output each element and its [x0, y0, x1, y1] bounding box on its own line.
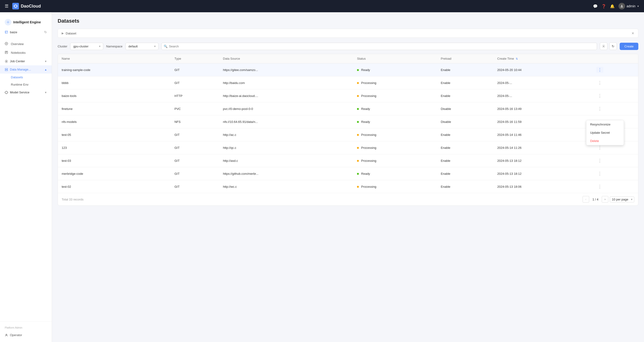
status-dot	[357, 121, 359, 123]
table-header-row: Name Type Data Source Status Preload Cre…	[58, 54, 638, 63]
cell-type: GIT	[170, 154, 219, 167]
settings-icon-btn[interactable]	[600, 42, 608, 50]
sidebar-item-operator[interactable]: Operator	[0, 331, 52, 339]
cell-type: GIT	[170, 76, 219, 89]
cell-data-source: https://gitee.com/samzo...	[219, 63, 353, 76]
sidebar-item-data-manage[interactable]: Data Manage... ▲	[0, 65, 52, 74]
data-manage-chevron: ▲	[44, 68, 47, 71]
user-menu[interactable]: admin ▼	[618, 3, 639, 9]
row-action-btn[interactable]: ⋮	[596, 67, 603, 73]
help-icon[interactable]: ❓	[602, 4, 606, 8]
page-size-select[interactable]: 10 per page 20 per page 50 per page	[610, 196, 634, 202]
row-action-btn[interactable]: ⋮	[596, 145, 603, 151]
context-menu-resync[interactable]: Resynchronize	[586, 120, 624, 129]
engine-title: Intelligent Engine	[13, 20, 41, 24]
bell-icon[interactable]: 🔔	[610, 4, 615, 8]
cell-create-time: 2024-05-14 11:46	[494, 128, 592, 141]
row-action-btn[interactable]: ⋮	[596, 183, 603, 190]
sidebar-item-datasets[interactable]: Datasets	[0, 74, 52, 81]
status-dot	[357, 82, 359, 84]
sidebar-label-job-center: Job Center	[10, 59, 25, 63]
logo-icon	[12, 3, 19, 9]
refresh-icon[interactable]: ↻	[44, 30, 47, 34]
table-row: training-sample-code GIT https://gitee.c…	[58, 63, 638, 76]
row-action-btn[interactable]: ⋮	[596, 158, 603, 164]
sidebar-item-overview[interactable]: Overview	[0, 40, 52, 48]
job-icon	[5, 60, 8, 63]
col-data-source: Data Source	[219, 54, 353, 63]
namespace-icon	[5, 30, 8, 34]
cell-name: merbridge-code	[58, 167, 170, 180]
cell-actions: ⋮	[592, 63, 638, 76]
row-action-btn[interactable]: ⋮	[596, 106, 603, 112]
table-row: finetune PVC pvc://0-demo-pool-0-0 Ready…	[58, 102, 638, 115]
search-wrapper: 🔍	[161, 43, 597, 50]
menu-icon[interactable]: ☰	[5, 3, 8, 9]
cell-preload: Enable	[437, 180, 494, 193]
cell-actions: ⋮	[592, 76, 638, 89]
table-row: test-05 GIT http://ac.c Processing Enabl…	[58, 128, 638, 141]
cell-actions: ⋮	[592, 102, 638, 115]
operator-icon	[5, 334, 8, 337]
status-dot	[357, 134, 359, 136]
cluster-select[interactable]: gpu-cluster	[70, 43, 103, 50]
sidebar-item-runtime-env[interactable]: Runtime Env	[0, 81, 52, 88]
namespace-row: baize ↻	[0, 28, 52, 36]
cell-type: GIT	[170, 167, 219, 180]
table-action-icons: ↻	[600, 42, 617, 50]
table-footer: Total 33 records ‹ 1 / 4 › 10 per page 2…	[58, 193, 638, 205]
col-create-time: Create Time ⇅	[494, 54, 592, 63]
sidebar-label-operator: Operator	[10, 333, 22, 337]
notebooks-icon	[5, 51, 9, 55]
username: admin	[626, 4, 636, 8]
context-menu-delete[interactable]: Delete	[586, 137, 624, 145]
overview-icon	[5, 42, 9, 46]
topbar-logo: DaoCloud	[12, 3, 593, 9]
cell-status: Processing	[353, 141, 437, 154]
context-menu-update-secret[interactable]: Update Secret	[586, 129, 624, 137]
search-input[interactable]	[161, 43, 597, 50]
breadcrumb-text: Dataset	[66, 32, 76, 35]
status-dot	[357, 160, 359, 162]
row-action-btn[interactable]: ⋮	[596, 171, 603, 177]
cell-preload: Enable	[437, 154, 494, 167]
cell-actions: ⋮	[592, 180, 638, 193]
create-button[interactable]: Create	[620, 43, 638, 50]
cell-data-source: http://ac.c	[219, 128, 353, 141]
breadcrumb-close-icon[interactable]: ✕	[632, 31, 634, 35]
sidebar: Intelligent Engine baize ↻ Overview	[0, 12, 52, 342]
cell-status: Ready	[353, 63, 437, 76]
col-type: Type	[170, 54, 219, 63]
cell-type: HTTP	[170, 89, 219, 102]
refresh-icon-btn[interactable]: ↻	[609, 42, 617, 50]
next-page-btn[interactable]: ›	[602, 196, 608, 203]
sort-icon[interactable]: ⇅	[516, 57, 518, 60]
sidebar-item-notebooks[interactable]: Notebooks	[0, 48, 52, 57]
row-action-btn[interactable]: ⋮	[596, 80, 603, 86]
cell-status: Ready	[353, 102, 437, 115]
cell-actions: ⋮	[592, 167, 638, 180]
cell-create-time: 2024-05-...	[494, 89, 592, 102]
row-action-btn[interactable]: ⋮	[596, 93, 603, 99]
cell-create-time: 2024-05-...	[494, 76, 592, 89]
cell-status: Processing	[353, 76, 437, 89]
page-title: Datasets	[58, 18, 638, 24]
prev-page-btn[interactable]: ‹	[582, 196, 589, 203]
cluster-label: Cluster	[58, 45, 67, 48]
sidebar-item-model-service[interactable]: Model Service ▼	[0, 88, 52, 96]
namespace-label: Namespace	[106, 45, 122, 48]
cell-preload: Enable	[437, 76, 494, 89]
user-dropdown-icon[interactable]: ▼	[637, 5, 639, 7]
chat-icon[interactable]: 💬	[593, 4, 598, 8]
svg-rect-8	[5, 70, 8, 71]
cell-status: Processing	[353, 128, 437, 141]
sidebar-item-job-center[interactable]: Job Center ▼	[0, 57, 52, 65]
namespace-select[interactable]: default	[126, 43, 158, 50]
cell-create-time: 2024-05-16 11:59	[494, 115, 592, 128]
cell-type: PVC	[170, 102, 219, 115]
model-icon	[5, 91, 8, 94]
cell-create-time: 2024-05-16 13:49	[494, 102, 592, 115]
cell-preload: Enable	[437, 63, 494, 76]
table-row: 123 GIT http://qc.c Processing Enable 20…	[58, 141, 638, 154]
svg-point-3	[5, 42, 8, 45]
